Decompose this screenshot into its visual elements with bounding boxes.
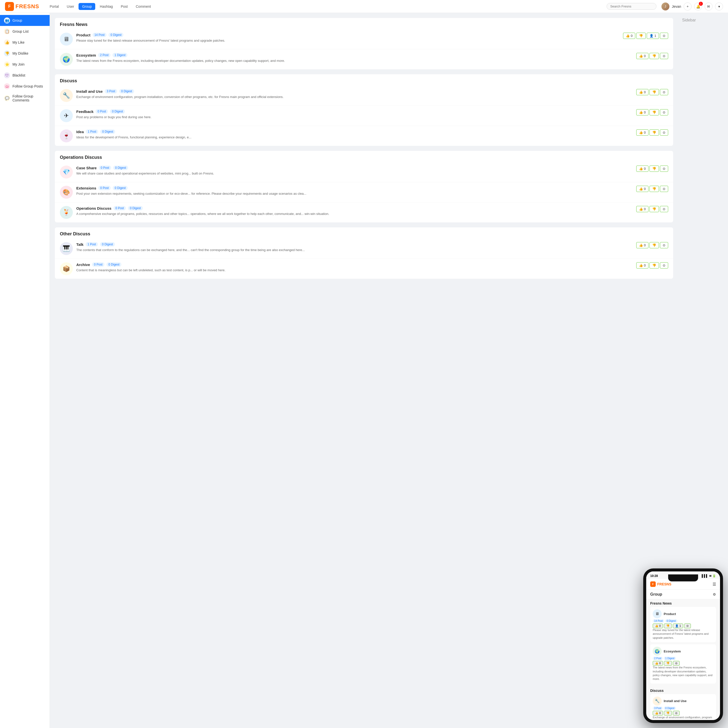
- sidebar-item-follow-group-posts[interactable]: 🗂 Follow Group Posts: [0, 81, 50, 92]
- top-navigation: F FRESNS PortalUserGroupHashtagPostComme…: [0, 0, 728, 13]
- like-button[interactable]: 👍 0: [636, 262, 648, 269]
- more-button[interactable]: ⊙: [660, 89, 668, 95]
- like-button[interactable]: 👍 0: [636, 53, 648, 59]
- sidebar-item-label: Blacklist: [12, 73, 25, 77]
- more-button[interactable]: ⊙: [660, 33, 668, 39]
- group-actions: 👍 0 👎 ⊙: [636, 129, 668, 136]
- section-other-discuss: Other Discuss 🎹 Talk 1 Post 0 Digest The…: [55, 227, 673, 279]
- logo-icon: F: [5, 2, 14, 11]
- group-avatar: ✈: [60, 109, 73, 122]
- dislike-button[interactable]: 👎: [650, 129, 659, 136]
- dislike-button[interactable]: 👎: [636, 33, 646, 39]
- logo[interactable]: F FRESNS: [5, 2, 39, 11]
- mobile-more-button[interactable]: ⊙: [673, 711, 680, 716]
- message-button[interactable]: ✉: [705, 3, 713, 11]
- mobile-scroll-area: Fresns News 🖥 Product 14 Post 0 Digest 👍…: [646, 600, 720, 720]
- sidebar-item-label: Follow Group Comments: [12, 94, 46, 102]
- mobile-digest-tag: 0 Digest: [664, 707, 676, 710]
- group-description: Please stay tuned for the latest release…: [76, 38, 619, 43]
- mobile-like-button[interactable]: 👍 0: [653, 661, 663, 666]
- more-button[interactable]: ⊙: [660, 129, 668, 136]
- dislike-button[interactable]: 👎: [650, 206, 659, 212]
- sidebar-item-group[interactable]: 👥 Group: [0, 15, 50, 26]
- sidebar-item-my-like[interactable]: 👍 My Like: [0, 37, 50, 48]
- nav-link-portal[interactable]: Portal: [46, 3, 62, 10]
- mobile-group-desc: Exchange of environment configuration, p…: [653, 716, 714, 720]
- like-button[interactable]: 👍 0: [636, 206, 648, 212]
- search-input[interactable]: [607, 3, 656, 10]
- post-count-tag: 3 Post: [105, 89, 117, 93]
- group-actions: 👍 0 👎 ⊙: [636, 109, 668, 115]
- mobile-post-tag: 14 Post: [653, 619, 664, 622]
- dislike-button[interactable]: 👎: [650, 165, 659, 172]
- sidebar-icon: 📋: [4, 28, 10, 34]
- mobile-group-avatar: 🌍: [653, 647, 662, 656]
- mobile-preview: 10:28 ▌▌▌ ≋ 🔋 F FRESNS ☰ Group ⚙ Fresns …: [643, 569, 723, 723]
- sidebar-icon: ⭐: [4, 61, 10, 67]
- group-info: Ecosystem 2 Post 1 Digest The latest new…: [76, 53, 633, 63]
- like-button[interactable]: 👍 0: [636, 89, 648, 95]
- sidebar-item-my-dislike[interactable]: 👎 My Dislike: [0, 48, 50, 59]
- more-button[interactable]: ▾: [715, 3, 723, 11]
- mobile-like-button[interactable]: 👍 0: [653, 711, 663, 716]
- mobile-digest-tag: 1 Digest: [664, 657, 676, 660]
- mobile-filter-icon[interactable]: ⚙: [713, 592, 716, 596]
- more-button[interactable]: ⊙: [660, 206, 668, 212]
- sidebar-item-my-join[interactable]: ⭐ My Join: [0, 59, 50, 70]
- mobile-more-button[interactable]: ⊙: [673, 661, 680, 666]
- more-button[interactable]: ⊙: [660, 186, 668, 192]
- mobile-like-button[interactable]: 👍 0: [653, 624, 663, 628]
- sidebar-item-group-list[interactable]: 📋 Group List: [0, 26, 50, 37]
- mobile-dislike-button[interactable]: 👎: [664, 624, 672, 628]
- like-button[interactable]: 👍 0: [623, 33, 635, 39]
- mobile-dislike-button[interactable]: 👎: [664, 661, 672, 666]
- sidebar-item-follow-group-comments[interactable]: 💬 Follow Group Comments: [0, 92, 50, 105]
- group-description: The contents that conform to the regulat…: [76, 248, 633, 252]
- nav-link-group[interactable]: Group: [78, 3, 95, 10]
- sidebar-item-blacklist[interactable]: 🛡 Blacklist: [0, 70, 50, 81]
- group-item: 🍷 Idea 1 Post 0 Digest Ideas for the dev…: [55, 126, 673, 146]
- like-button[interactable]: 👍 0: [636, 242, 648, 248]
- mobile-follow-button[interactable]: 👤 1: [673, 624, 683, 628]
- dislike-button[interactable]: 👎: [650, 89, 659, 95]
- more-button[interactable]: ⊙: [660, 109, 668, 115]
- group-name-row: Feedback 0 Post 0 Digest: [76, 109, 633, 114]
- follow-button[interactable]: 👤 1: [647, 33, 659, 39]
- more-button[interactable]: ⊙: [660, 165, 668, 172]
- group-item: 🎹 Talk 1 Post 0 Digest The contents that…: [55, 239, 673, 259]
- sidebar-item-label: Group: [12, 18, 22, 23]
- group-name: Case Share: [76, 166, 97, 170]
- group-avatar: 🎨: [60, 186, 73, 199]
- digest-count-tag: 0 Digest: [119, 89, 134, 93]
- like-button[interactable]: 👍 0: [636, 165, 648, 172]
- nav-link-post[interactable]: Post: [117, 3, 131, 10]
- section-title: Fresns News: [55, 18, 673, 29]
- group-info: Extensions 0 Post 0 Digest Post your own…: [76, 186, 633, 196]
- nav-link-hashtag[interactable]: Hashtag: [96, 3, 116, 10]
- post-count-tag: 14 Post: [92, 33, 107, 37]
- group-description: A comprehensive exchange of programs, po…: [76, 211, 633, 216]
- like-button[interactable]: 👍 0: [636, 109, 648, 115]
- like-button[interactable]: 👍 0: [636, 186, 648, 192]
- dislike-button[interactable]: 👎: [650, 186, 659, 192]
- mobile-tags: 3 Post 0 Digest: [653, 707, 714, 710]
- digest-count-tag: 1 Digest: [112, 53, 127, 57]
- nav-link-comment[interactable]: Comment: [132, 3, 154, 10]
- more-button[interactable]: ⊙: [660, 262, 668, 269]
- like-button[interactable]: 👍 0: [636, 129, 648, 136]
- mobile-group-item: 🖥 Product 14 Post 0 Digest 👍 0 👎 👤 1 ⊙ P…: [650, 607, 716, 642]
- more-button[interactable]: ⊙: [660, 242, 668, 248]
- nav-link-user[interactable]: User: [63, 3, 78, 10]
- more-button[interactable]: ⊙: [660, 53, 668, 59]
- add-button[interactable]: ＋: [684, 3, 691, 11]
- dislike-button[interactable]: 👎: [650, 262, 659, 269]
- dislike-button[interactable]: 👎: [650, 242, 659, 248]
- mobile-group-header: 🖥 Product: [653, 609, 714, 618]
- dislike-button[interactable]: 👎: [650, 109, 659, 115]
- section-title: Operations Discuss: [55, 151, 673, 162]
- mobile-menu-icon[interactable]: ☰: [713, 582, 716, 587]
- mobile-more-button[interactable]: ⊙: [684, 624, 691, 628]
- mobile-dislike-button[interactable]: 👎: [664, 711, 672, 716]
- dislike-button[interactable]: 👎: [650, 53, 659, 59]
- notification-button[interactable]: 🔔 1: [694, 3, 702, 11]
